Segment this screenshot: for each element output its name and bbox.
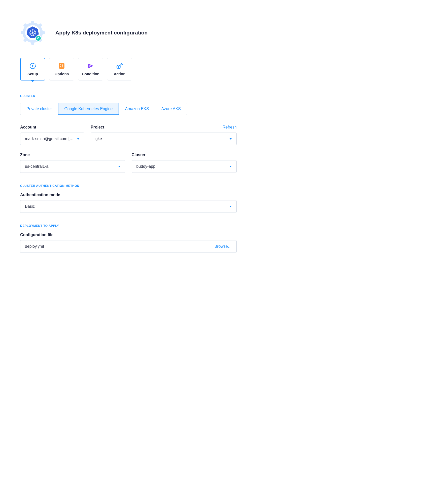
config-file-field-group: Configuration file deploy.yml Browse…	[20, 233, 237, 253]
auth-mode-label: Authentication mode	[20, 193, 60, 197]
account-label: Account	[20, 125, 36, 130]
browse-button[interactable]: Browse…	[214, 244, 232, 249]
auth-mode-select[interactable]: Basic	[20, 200, 237, 213]
chevron-down-icon	[118, 166, 121, 167]
tab-action[interactable]: Action	[107, 58, 132, 80]
chevron-down-icon	[77, 138, 80, 140]
condition-icon: IF	[87, 63, 94, 69]
account-value: mark-smith@gmail.com […	[25, 137, 75, 141]
refresh-link[interactable]: Refresh	[223, 125, 237, 130]
section-header-deployment: DEPLOYMENT TO APPLY	[20, 224, 237, 228]
section-header-auth: CLUSTER AUTHENTICATION METHOD	[20, 184, 237, 188]
kubernetes-gear-icon	[20, 20, 45, 45]
zone-field-group: Zone us-central1-a	[20, 153, 125, 173]
cluster-value: buddy-app	[136, 164, 227, 169]
svg-marker-22	[32, 65, 34, 67]
project-label: Project	[91, 125, 104, 130]
project-value: gke	[95, 137, 227, 141]
chevron-down-icon	[229, 138, 232, 140]
tab-label: Options	[55, 72, 69, 76]
account-field-group: Account mark-smith@gmail.com […	[20, 125, 84, 145]
page-header: Apply K8s deployment configuration	[20, 20, 237, 45]
config-file-label: Configuration file	[20, 233, 53, 237]
tab-label: Setup	[27, 72, 38, 76]
account-select[interactable]: mark-smith@gmail.com […	[20, 133, 84, 145]
zone-label: Zone	[20, 153, 30, 157]
svg-point-31	[118, 66, 119, 68]
config-file-input[interactable]: deploy.yml Browse…	[20, 240, 237, 253]
project-field-group: Project Refresh gke	[91, 125, 237, 145]
page-title: Apply K8s deployment configuration	[55, 30, 148, 36]
tab-label: Action	[114, 72, 126, 76]
zone-select[interactable]: us-central1-a	[20, 160, 125, 173]
auth-mode-value: Basic	[25, 204, 227, 209]
action-icon	[116, 63, 123, 69]
tab-setup[interactable]: Setup	[20, 58, 45, 80]
setup-icon	[29, 63, 36, 69]
cluster-provider-tabs: Private cluster Google Kubernetes Engine…	[20, 103, 187, 115]
tab-options[interactable]: Options	[49, 58, 74, 80]
svg-rect-23	[59, 63, 64, 69]
config-file-value: deploy.yml	[25, 244, 205, 249]
divider	[210, 243, 210, 250]
cluster-field-group: Cluster buddy-app	[132, 153, 237, 173]
svg-point-26	[62, 66, 63, 67]
svg-rect-27	[62, 64, 63, 66]
tab-label: Condition	[82, 72, 99, 76]
cluster-tab-eks[interactable]: Amazon EKS	[119, 103, 155, 115]
project-select[interactable]: gke	[91, 133, 237, 145]
svg-text:IF: IF	[89, 65, 91, 67]
cluster-select[interactable]: buddy-app	[132, 160, 237, 173]
chevron-down-icon	[229, 166, 232, 167]
cluster-tab-gke[interactable]: Google Kubernetes Engine	[58, 103, 119, 115]
svg-point-24	[60, 64, 61, 65]
zone-value: us-central1-a	[25, 164, 116, 169]
cluster-tab-private[interactable]: Private cluster	[20, 103, 58, 115]
options-icon	[58, 63, 65, 69]
tab-condition[interactable]: IF Condition	[78, 58, 103, 80]
cluster-tab-aks[interactable]: Azure AKS	[155, 103, 187, 115]
chevron-down-icon	[229, 206, 232, 207]
section-header-cluster: CLUSTER	[20, 94, 237, 98]
svg-rect-25	[60, 66, 61, 67]
cluster-label: Cluster	[132, 153, 146, 157]
main-tabs: Setup Options IF Condition	[20, 58, 237, 80]
auth-mode-field-group: Authentication mode Basic	[20, 193, 237, 213]
